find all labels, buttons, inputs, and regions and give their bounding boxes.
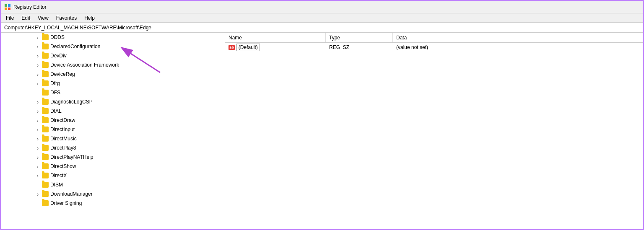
folder-icon xyxy=(42,127,49,132)
expand-arrow-icon[interactable]: › xyxy=(34,62,41,68)
folder-icon xyxy=(42,154,49,160)
col-header-name[interactable]: Name xyxy=(225,33,326,42)
folder-icon xyxy=(42,173,49,178)
tree-item-label: DISM xyxy=(50,182,63,188)
title-bar-text: Registry Editor xyxy=(13,4,47,10)
tree-item-label: DirectPlay8 xyxy=(50,145,76,151)
expand-arrow-icon[interactable]: › xyxy=(34,163,41,170)
expand-arrow-icon[interactable]: › xyxy=(34,145,41,151)
tree-item-label: DirectMusic xyxy=(50,136,77,142)
expand-arrow-icon[interactable]: › xyxy=(34,34,41,41)
expand-arrow-icon[interactable]: › xyxy=(34,108,41,114)
folder-icon xyxy=(42,200,49,206)
tree-item-label: Driver Signing xyxy=(50,200,82,206)
tree-item-label: DeclaredConfiguration xyxy=(50,44,100,49)
expand-arrow-icon[interactable]: › xyxy=(34,117,41,124)
tree-item-label: DDDS xyxy=(50,34,65,40)
menu-file[interactable]: File xyxy=(3,14,17,22)
tree-item[interactable]: ›DeviceReg xyxy=(1,70,225,79)
address-path[interactable]: Computer\HKEY_LOCAL_MACHINE\SOFTWARE\Mic… xyxy=(4,25,151,31)
tree-item[interactable]: ›Device Association Framework xyxy=(1,60,225,70)
svg-rect-1 xyxy=(8,4,10,7)
table-row[interactable]: ab (Default) REG_SZ (value not set) xyxy=(225,43,643,52)
svg-rect-0 xyxy=(5,4,7,7)
tree-item[interactable]: DFS xyxy=(1,88,225,97)
expand-arrow-icon[interactable]: › xyxy=(34,52,41,59)
right-panel: Name Type Data ab (Default) REG_SZ (valu… xyxy=(225,33,643,230)
svg-rect-2 xyxy=(5,8,7,10)
default-value-label: (Default) xyxy=(236,44,260,51)
folder-icon xyxy=(42,53,49,59)
folder-icon xyxy=(42,163,49,169)
tree-item[interactable]: ›DirectX xyxy=(1,171,225,180)
tree-item[interactable]: ›DirectPlay8 xyxy=(1,143,225,152)
tree-item-label: DevDiv xyxy=(50,53,67,59)
menu-favorites[interactable]: Favorites xyxy=(53,14,80,22)
tree-item-label: DirectInput xyxy=(50,127,75,132)
folder-icon xyxy=(42,34,49,40)
expand-arrow-icon[interactable]: › xyxy=(34,43,41,50)
tree-item[interactable]: ›DirectPlayNATHelp xyxy=(1,152,225,162)
tree-item-label: Device Association Framework xyxy=(50,62,119,68)
tree-item[interactable]: ›DeclaredConfiguration xyxy=(1,42,225,51)
title-bar: Registry Editor xyxy=(1,1,643,13)
expand-arrow-icon[interactable]: › xyxy=(34,126,41,133)
tree-item[interactable]: ›DiagnosticLogCSP xyxy=(1,97,225,106)
folder-icon xyxy=(42,182,49,188)
cell-data: (value not set) xyxy=(393,44,643,50)
tree-panel-wrapper: ›DDDS›DeclaredConfiguration›DevDiv›Devic… xyxy=(1,33,225,230)
tree-item[interactable]: ›DDDS xyxy=(1,33,225,42)
tree-item-label: DFS xyxy=(50,90,60,96)
registry-editor-icon xyxy=(4,4,11,10)
tree-item-label: DownloadManager xyxy=(50,191,93,197)
folder-icon xyxy=(42,99,49,105)
menu-help[interactable]: Help xyxy=(81,14,98,22)
tree-item[interactable]: ›DirectShow xyxy=(1,162,225,171)
tree-item-label: DIAL xyxy=(50,108,62,114)
folder-icon xyxy=(42,80,49,86)
tree-item-label: DirectPlayNATHelp xyxy=(50,154,93,160)
menu-view[interactable]: View xyxy=(34,14,52,22)
tree-item-label: Dfrg xyxy=(50,80,60,86)
folder-icon xyxy=(42,71,49,77)
folder-icon xyxy=(42,136,49,142)
tree-item-label: DirectShow xyxy=(50,163,76,169)
tree-item[interactable]: ›DirectInput xyxy=(1,125,225,134)
column-headers: Name Type Data xyxy=(225,33,643,43)
tree-item[interactable]: ›DirectMusic xyxy=(1,134,225,143)
svg-rect-3 xyxy=(8,8,10,10)
tree-item[interactable]: ›DIAL xyxy=(1,106,225,116)
ab-icon: ab xyxy=(229,45,235,50)
folder-icon xyxy=(42,117,49,123)
expand-arrow-icon[interactable]: › xyxy=(34,135,41,142)
tree-item-label: DirectDraw xyxy=(50,117,75,123)
col-header-type[interactable]: Type xyxy=(326,33,393,42)
tree-item[interactable]: ›DownloadManager xyxy=(1,189,225,199)
expand-arrow-icon[interactable]: › xyxy=(34,172,41,179)
folder-icon xyxy=(42,44,49,49)
tree-item[interactable]: ›DirectDraw xyxy=(1,116,225,125)
tree-item-label: DeviceReg xyxy=(50,71,75,77)
cell-name: ab (Default) xyxy=(225,44,326,51)
main-content: ›DDDS›DeclaredConfiguration›DevDiv›Devic… xyxy=(1,33,643,230)
tree-item[interactable]: DISM xyxy=(1,180,225,189)
tree-item-label: DirectX xyxy=(50,173,67,178)
folder-icon xyxy=(42,90,49,96)
folder-icon xyxy=(42,108,49,114)
tree-item[interactable]: Driver Signing xyxy=(1,199,225,208)
expand-arrow-icon[interactable]: › xyxy=(34,98,41,105)
folder-icon xyxy=(42,145,49,151)
expand-arrow-icon[interactable]: › xyxy=(34,80,41,87)
tree-item[interactable]: ›DevDiv xyxy=(1,51,225,60)
address-bar: Computer\HKEY_LOCAL_MACHINE\SOFTWARE\Mic… xyxy=(1,23,643,33)
expand-arrow-icon[interactable]: › xyxy=(34,71,41,78)
tree-item-label: DiagnosticLogCSP xyxy=(50,99,93,105)
col-header-data[interactable]: Data xyxy=(393,33,643,42)
tree-panel[interactable]: ›DDDS›DeclaredConfiguration›DevDiv›Devic… xyxy=(1,33,225,208)
tree-item[interactable]: ›Dfrg xyxy=(1,79,225,88)
expand-arrow-icon[interactable]: › xyxy=(34,191,41,197)
expand-arrow-icon[interactable]: › xyxy=(34,154,41,160)
menu-bar: File Edit View Favorites Help xyxy=(1,13,643,23)
menu-edit[interactable]: Edit xyxy=(18,14,34,22)
cell-type: REG_SZ xyxy=(326,44,393,50)
